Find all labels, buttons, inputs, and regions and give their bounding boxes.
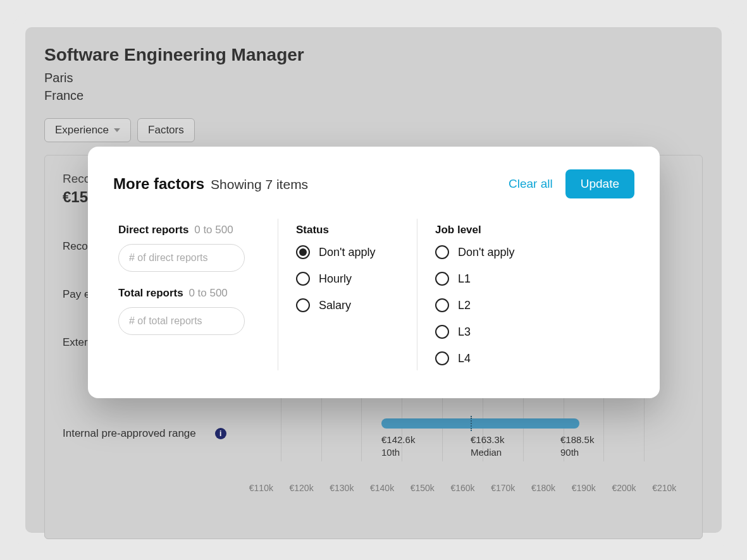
radio-label: L2 xyxy=(458,299,471,312)
total-reports-label: Total reports xyxy=(118,287,183,299)
radio-icon xyxy=(296,272,310,286)
reports-column: Direct reports 0 to 500 Total reports 0 … xyxy=(113,219,278,370)
range-p90-value: €188.5k xyxy=(560,434,594,446)
more-factors-modal: More factors Showing 7 items Clear all U… xyxy=(88,147,660,398)
direct-reports-input[interactable] xyxy=(118,244,245,272)
radio-label: L4 xyxy=(458,352,471,365)
axis-tick: €160k xyxy=(443,483,483,493)
factors-filter-label: Factors xyxy=(148,124,184,137)
radio-icon xyxy=(296,298,310,312)
radio-label: Hourly xyxy=(319,272,352,286)
axis-tick: €150k xyxy=(402,483,443,493)
axis-tick: €190k xyxy=(564,483,604,493)
range-median-value: €163.3k xyxy=(471,434,504,446)
total-reports-hint: 0 to 500 xyxy=(188,287,227,299)
radio-icon xyxy=(435,245,449,259)
page-title: Software Engineering Manager xyxy=(44,45,703,65)
info-icon[interactable]: i xyxy=(215,428,226,439)
axis-tick: €210k xyxy=(644,483,684,493)
modal-subtitle: Showing 7 items xyxy=(211,177,308,192)
location-country: France xyxy=(44,87,703,104)
job-level-label: Job level xyxy=(435,224,538,236)
radio-icon xyxy=(435,272,449,286)
axis-tick: €130k xyxy=(321,483,362,493)
axis-tick: €140k xyxy=(362,483,402,493)
radio-label: Salary xyxy=(319,299,351,312)
radio-icon xyxy=(296,245,310,259)
range-bar xyxy=(381,418,579,429)
clear-all-link[interactable]: Clear all xyxy=(509,177,553,191)
range-median-label: Median xyxy=(471,446,504,459)
location-city: Paris xyxy=(44,69,703,87)
status-label: Status xyxy=(296,224,399,236)
radio-label: Don't apply xyxy=(319,246,376,259)
axis-tick: €180k xyxy=(523,483,564,493)
range-p10-label: 10th xyxy=(381,446,415,459)
status-option-dont-apply[interactable]: Don't apply xyxy=(296,245,399,259)
job-level-option-l3[interactable]: L3 xyxy=(435,325,538,339)
experience-filter-label: Experience xyxy=(55,124,109,137)
direct-reports-label: Direct reports xyxy=(118,224,188,236)
total-reports-input[interactable] xyxy=(118,307,245,335)
axis-tick: €120k xyxy=(281,483,322,493)
modal-title: More factors xyxy=(113,175,204,193)
experience-filter[interactable]: Experience xyxy=(44,118,131,142)
job-level-option-l1[interactable]: L1 xyxy=(435,272,538,286)
range-p90-label: 90th xyxy=(560,446,594,459)
status-radio-group: Don't apply Hourly Salary xyxy=(296,245,399,312)
update-button[interactable]: Update xyxy=(565,169,634,198)
range-p10-value: €142.6k xyxy=(381,434,415,446)
radio-label: Don't apply xyxy=(458,246,515,259)
radio-label: L1 xyxy=(458,272,471,286)
axis-tick: €110k xyxy=(241,483,281,493)
radio-label: L3 xyxy=(458,326,471,339)
job-level-column: Job level Don't apply L1 L2 L3 xyxy=(417,219,556,370)
axis-labels: €110k €120k €130k €140k €150k €160k €170… xyxy=(241,483,684,493)
status-option-hourly[interactable]: Hourly xyxy=(296,272,399,286)
range-median-tick xyxy=(471,416,472,431)
job-level-radio-group: Don't apply L1 L2 L3 L4 xyxy=(435,245,538,365)
radio-icon xyxy=(435,351,449,365)
filter-bar: Experience Factors xyxy=(44,118,703,142)
radio-icon xyxy=(435,325,449,339)
job-level-option-l4[interactable]: L4 xyxy=(435,351,538,365)
factors-filter[interactable]: Factors xyxy=(137,118,195,142)
chevron-down-icon xyxy=(114,128,120,132)
internal-range-label: Internal pre-approved range xyxy=(63,427,196,440)
job-level-option-dont-apply[interactable]: Don't apply xyxy=(435,245,538,259)
axis-tick: €170k xyxy=(483,483,523,493)
job-level-option-l2[interactable]: L2 xyxy=(435,298,538,312)
axis-tick: €200k xyxy=(604,483,645,493)
direct-reports-hint: 0 to 500 xyxy=(194,224,233,236)
status-column: Status Don't apply Hourly Salary xyxy=(278,219,417,370)
status-option-salary[interactable]: Salary xyxy=(296,298,399,312)
radio-icon xyxy=(435,298,449,312)
